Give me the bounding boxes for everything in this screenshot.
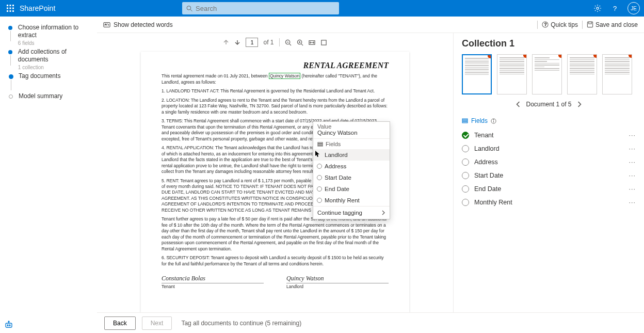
thumb-4[interactable] — [567, 54, 597, 94]
save-close-link[interactable]: Save and close — [587, 21, 638, 28]
thumb-2[interactable] — [497, 54, 527, 94]
popup-option-monthly-rent[interactable]: Monthly Rent — [313, 195, 390, 206]
fields-icon — [462, 118, 468, 124]
svg-rect-4 — [10, 8, 11, 9]
app-launcher-icon[interactable] — [4, 2, 17, 14]
fields-icon — [317, 141, 323, 147]
search-container — [182, 2, 339, 14]
popup-fields-header: Fields — [313, 138, 390, 149]
svg-rect-32 — [462, 122, 468, 123]
field-row-tenant[interactable]: Tenant··· — [462, 129, 636, 142]
zoom-in-icon[interactable] — [297, 39, 303, 46]
back-button[interactable]: Back — [104, 316, 136, 330]
svg-line-10 — [190, 9, 192, 11]
more-icon[interactable]: ··· — [629, 185, 636, 193]
fit-page-icon[interactable] — [320, 39, 327, 46]
arrow-up-icon[interactable] — [223, 39, 229, 45]
chatbot-icon[interactable] — [4, 321, 13, 330]
arrow-down-icon[interactable] — [234, 39, 240, 45]
empty-status-icon — [462, 172, 469, 179]
svg-rect-7 — [10, 10, 11, 12]
field-row-end-date[interactable]: End Date··· — [462, 182, 636, 196]
svg-point-37 — [7, 325, 8, 326]
svg-point-35 — [493, 119, 494, 120]
svg-rect-17 — [589, 22, 592, 24]
thumb-5[interactable] — [602, 54, 632, 94]
cursor-icon — [315, 150, 321, 157]
svg-rect-30 — [462, 119, 468, 120]
info-icon[interactable] — [491, 118, 496, 124]
svg-rect-27 — [318, 142, 323, 143]
abc-icon — [103, 21, 110, 28]
svg-rect-6 — [7, 10, 8, 12]
user-avatar[interactable]: JE — [627, 2, 640, 14]
main-panel: Show detected words ? Quick tips Save an… — [97, 17, 644, 333]
field-row-address[interactable]: Address··· — [462, 155, 636, 169]
svg-rect-31 — [462, 120, 468, 121]
untagged-dot-icon — [488, 54, 492, 58]
svg-rect-16 — [587, 22, 592, 27]
popup-continue-tagging[interactable]: Continue tagging — [313, 206, 390, 219]
svg-rect-3 — [7, 8, 8, 9]
popup-option-address[interactable]: Address — [313, 161, 390, 172]
field-row-start-date[interactable]: Start Date··· — [462, 169, 636, 182]
popup-option-start-date[interactable]: Start Date — [313, 172, 390, 183]
svg-text:?: ? — [613, 5, 617, 12]
chevron-right-icon[interactable] — [577, 101, 582, 107]
svg-point-38 — [9, 325, 10, 326]
popup-value-label: Value — [313, 122, 390, 130]
quick-tips-link[interactable]: ? Quick tips — [542, 21, 578, 28]
untagged-dot-icon — [629, 54, 632, 58]
document-viewer: of 1 RENTAL AGREEMENT This rental agreem… — [97, 33, 453, 312]
empty-status-icon — [462, 185, 469, 193]
fit-width-icon[interactable] — [309, 39, 315, 46]
svg-point-9 — [187, 6, 191, 10]
svg-line-24 — [301, 44, 302, 45]
chevron-right-icon — [381, 210, 385, 215]
more-icon[interactable]: ··· — [629, 199, 636, 206]
step-choose-info[interactable]: Choose information to extract6 fields — [7, 24, 92, 46]
fields-header: Fields — [462, 117, 636, 124]
more-icon[interactable]: ··· — [629, 132, 636, 139]
more-icon[interactable]: ··· — [629, 158, 636, 166]
step-add-collections[interactable]: Add collections of documents1 collection — [7, 48, 92, 70]
popup-option-end-date[interactable]: End Date — [313, 183, 390, 195]
next-button: Next — [142, 316, 172, 330]
svg-rect-5 — [12, 8, 14, 9]
field-list: Tenant··· Landlord··· Address··· Start D… — [462, 129, 636, 209]
show-detected-words-toggle[interactable]: Show detected words — [103, 21, 173, 28]
doc-title: RENTAL AGREEMENT — [162, 61, 389, 70]
page-of-label: of 1 — [263, 39, 273, 46]
search-input[interactable] — [196, 5, 335, 12]
untagged-dot-icon — [558, 54, 562, 58]
step-model-summary[interactable]: Model summary — [7, 92, 92, 100]
more-icon[interactable]: ··· — [629, 172, 636, 179]
empty-status-icon — [462, 199, 469, 206]
thumb-1[interactable] — [462, 54, 492, 94]
step-tag-documents[interactable]: Tag documents — [7, 72, 92, 90]
svg-rect-26 — [321, 40, 326, 45]
doc-nav-label: Document 1 of 5 — [526, 101, 571, 108]
help-icon[interactable]: ? — [610, 3, 620, 13]
doc-pagination: Document 1 of 5 — [462, 101, 636, 108]
svg-rect-28 — [318, 144, 323, 145]
main-toolbar: Show detected words ? Quick tips Save an… — [97, 17, 644, 33]
field-row-landlord[interactable]: Landlord··· — [462, 142, 636, 155]
thumb-3[interactable] — [532, 54, 562, 94]
field-row-monthly-rent[interactable]: Monthly Rent··· — [462, 196, 636, 209]
search-box[interactable] — [182, 2, 339, 14]
popup-option-landlord[interactable]: Landlord — [313, 149, 390, 161]
svg-rect-1 — [10, 5, 11, 6]
page-input[interactable] — [246, 38, 258, 47]
svg-rect-2 — [12, 5, 14, 6]
svg-rect-0 — [7, 5, 8, 6]
more-icon[interactable]: ··· — [629, 145, 636, 152]
footer-hint: Tag all documents to continue (5 remaini… — [181, 320, 301, 327]
chevron-left-icon[interactable] — [516, 101, 521, 107]
svg-rect-29 — [318, 145, 323, 146]
svg-rect-8 — [12, 10, 14, 12]
settings-icon[interactable] — [592, 3, 603, 13]
check-icon — [462, 132, 469, 139]
doc-nav-controls: of 1 — [223, 35, 327, 50]
zoom-out-icon[interactable] — [285, 39, 292, 46]
